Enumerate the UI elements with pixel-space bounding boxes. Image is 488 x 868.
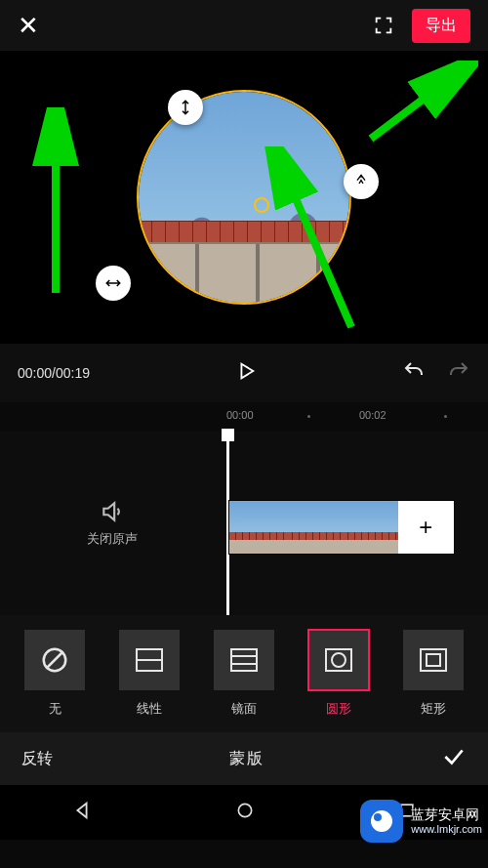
mask-label: 圆形 xyxy=(326,700,351,718)
mask-label: 线性 xyxy=(137,700,162,718)
play-button[interactable] xyxy=(235,360,257,386)
focus-ring xyxy=(254,197,269,213)
preview-wall xyxy=(139,242,349,303)
nav-recent-icon[interactable] xyxy=(397,801,417,824)
clip-thumb xyxy=(286,501,343,554)
scale-vertical-handle[interactable] xyxy=(168,90,203,125)
total-time: 00:19 xyxy=(56,365,90,381)
linear-icon xyxy=(119,630,180,690)
svg-rect-8 xyxy=(421,649,446,671)
mask-label: 镜面 xyxy=(231,700,257,718)
close-icon[interactable]: ✕ xyxy=(18,11,39,41)
nav-home-icon[interactable] xyxy=(235,801,255,824)
scale-horizontal-handle[interactable] xyxy=(96,266,131,301)
mirror-icon xyxy=(214,630,274,690)
svg-point-7 xyxy=(332,653,346,667)
panel-title: 蒙版 xyxy=(53,749,441,769)
mask-option-mirror[interactable]: 镜面 xyxy=(204,630,284,718)
preview-roof xyxy=(139,221,349,242)
rect-icon xyxy=(403,630,464,690)
mute-audio-toggle[interactable]: 关闭原声 xyxy=(0,499,224,548)
android-nav-bar xyxy=(0,785,488,840)
top-bar-right: 导出 xyxy=(373,9,470,43)
clip-thumb xyxy=(229,501,286,554)
add-clip-button[interactable]: + xyxy=(398,501,455,554)
mask-toolbar: 反转 蒙版 xyxy=(0,732,488,785)
svg-rect-9 xyxy=(427,654,440,666)
timeline-ruler[interactable]: 00:00 00:02 xyxy=(0,402,488,432)
clip-thumb xyxy=(342,501,398,554)
confirm-button[interactable] xyxy=(441,744,467,773)
current-time: 00:00 xyxy=(18,365,52,381)
invert-button[interactable]: 反转 xyxy=(21,749,53,769)
ruler-dot xyxy=(307,415,310,418)
mask-option-none[interactable]: 无 xyxy=(15,630,95,718)
fullscreen-icon[interactable] xyxy=(373,15,394,36)
ruler-tick-0: 00:00 xyxy=(226,409,254,421)
mute-label: 关闭原声 xyxy=(87,530,138,548)
none-icon xyxy=(24,630,85,690)
mask-option-linear[interactable]: 线性 xyxy=(109,630,189,718)
nav-back-icon[interactable] xyxy=(71,800,93,825)
svg-rect-11 xyxy=(401,805,413,816)
undo-button[interactable] xyxy=(402,359,426,387)
redo-button[interactable] xyxy=(447,359,470,387)
mask-option-circle[interactable]: 圆形 xyxy=(299,630,379,718)
circle-icon xyxy=(308,630,369,690)
speaker-icon xyxy=(100,499,125,524)
playback-bar: 00:00/00:19 xyxy=(0,344,488,402)
ruler-tick-1: 00:02 xyxy=(359,409,386,421)
svg-point-10 xyxy=(238,804,251,816)
mask-option-rect[interactable]: 矩形 xyxy=(393,630,473,718)
mask-label: 矩形 xyxy=(421,700,446,718)
mask-options-row: 无 线性 镜面 圆形 矩形 xyxy=(0,615,488,732)
ruler-dot xyxy=(444,415,447,418)
top-bar: ✕ 导出 xyxy=(0,0,488,51)
undo-redo-group xyxy=(402,359,470,387)
feather-handle[interactable] xyxy=(344,164,379,199)
export-button[interactable]: 导出 xyxy=(412,9,470,43)
playback-time: 00:00/00:19 xyxy=(18,365,90,381)
mask-label: 无 xyxy=(49,700,61,718)
mask-preview-circle[interactable] xyxy=(137,90,351,305)
svg-rect-3 xyxy=(231,649,257,671)
video-clip[interactable]: + xyxy=(228,500,455,555)
preview-canvas[interactable] xyxy=(0,51,488,344)
timeline-track[interactable]: 关闭原声 + xyxy=(0,432,488,615)
